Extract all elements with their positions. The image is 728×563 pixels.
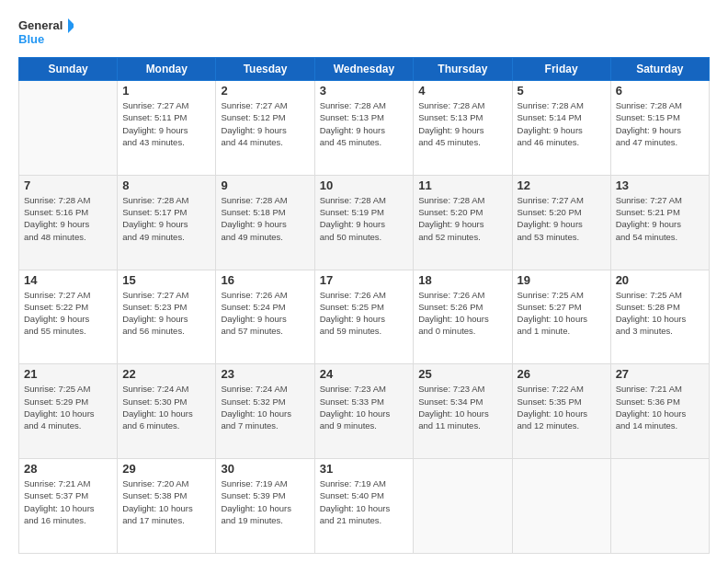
- calendar-cell: 27Sunrise: 7:21 AM Sunset: 5:36 PM Dayli…: [610, 364, 709, 459]
- day-info: Sunrise: 7:27 AM Sunset: 5:22 PM Dayligh…: [24, 289, 112, 338]
- day-number: 6: [616, 84, 704, 98]
- calendar-cell: 10Sunrise: 7:28 AM Sunset: 5:19 PM Dayli…: [314, 175, 414, 270]
- calendar-cell: 16Sunrise: 7:26 AM Sunset: 5:24 PM Dayli…: [216, 270, 314, 364]
- day-number: 7: [24, 178, 112, 192]
- day-number: 24: [320, 367, 409, 381]
- day-number: 17: [320, 273, 409, 287]
- day-info: Sunrise: 7:22 AM Sunset: 5:35 PM Dayligh…: [518, 383, 606, 431]
- day-info: Sunrise: 7:24 AM Sunset: 5:32 PM Dayligh…: [221, 383, 309, 431]
- calendar-cell: 30Sunrise: 7:19 AM Sunset: 5:39 PM Dayli…: [216, 459, 314, 554]
- calendar-cell: 21Sunrise: 7:25 AM Sunset: 5:29 PM Dayli…: [19, 364, 118, 459]
- day-number: 30: [221, 462, 309, 476]
- calendar-cell: 28Sunrise: 7:21 AM Sunset: 5:37 PM Dayli…: [19, 459, 118, 554]
- day-number: 12: [518, 178, 606, 192]
- day-info: Sunrise: 7:28 AM Sunset: 5:18 PM Dayligh…: [221, 194, 309, 243]
- day-info: Sunrise: 7:19 AM Sunset: 5:39 PM Dayligh…: [221, 477, 309, 526]
- col-header-tuesday: Tuesday: [216, 58, 314, 81]
- calendar-cell: 8Sunrise: 7:28 AM Sunset: 5:17 PM Daylig…: [118, 175, 216, 270]
- day-info: Sunrise: 7:23 AM Sunset: 5:34 PM Dayligh…: [418, 383, 506, 431]
- day-info: Sunrise: 7:28 AM Sunset: 5:13 PM Dayligh…: [418, 99, 506, 148]
- calendar-table: SundayMondayTuesdayWednesdayThursdayFrid…: [18, 57, 710, 554]
- day-info: Sunrise: 7:28 AM Sunset: 5:19 PM Dayligh…: [320, 194, 409, 243]
- day-number: 22: [122, 367, 210, 381]
- calendar-cell: 23Sunrise: 7:24 AM Sunset: 5:32 PM Dayli…: [216, 364, 314, 459]
- logo: General Blue: [18, 15, 74, 48]
- day-number: 1: [122, 84, 210, 98]
- day-number: 13: [616, 178, 704, 192]
- day-info: Sunrise: 7:28 AM Sunset: 5:13 PM Dayligh…: [320, 99, 409, 148]
- calendar-cell: 22Sunrise: 7:24 AM Sunset: 5:30 PM Dayli…: [118, 364, 216, 459]
- calendar-cell: 7Sunrise: 7:28 AM Sunset: 5:16 PM Daylig…: [19, 175, 118, 270]
- day-info: Sunrise: 7:28 AM Sunset: 5:16 PM Dayligh…: [24, 194, 112, 243]
- day-info: Sunrise: 7:27 AM Sunset: 5:21 PM Dayligh…: [616, 194, 704, 243]
- day-number: 26: [518, 367, 606, 381]
- day-info: Sunrise: 7:24 AM Sunset: 5:30 PM Dayligh…: [122, 383, 210, 431]
- calendar-cell: 3Sunrise: 7:28 AM Sunset: 5:13 PM Daylig…: [314, 81, 414, 176]
- calendar-cell: 25Sunrise: 7:23 AM Sunset: 5:34 PM Dayli…: [414, 364, 512, 459]
- day-number: 21: [24, 367, 112, 381]
- calendar-cell: 12Sunrise: 7:27 AM Sunset: 5:20 PM Dayli…: [512, 175, 610, 270]
- calendar-cell: [610, 459, 709, 554]
- calendar-cell: 31Sunrise: 7:19 AM Sunset: 5:40 PM Dayli…: [314, 459, 414, 554]
- calendar-cell: 4Sunrise: 7:28 AM Sunset: 5:13 PM Daylig…: [414, 81, 512, 176]
- day-info: Sunrise: 7:27 AM Sunset: 5:23 PM Dayligh…: [122, 289, 210, 338]
- col-header-sunday: Sunday: [19, 58, 118, 81]
- col-header-wednesday: Wednesday: [314, 58, 414, 81]
- calendar-cell: [414, 459, 512, 554]
- day-info: Sunrise: 7:26 AM Sunset: 5:25 PM Dayligh…: [320, 289, 409, 338]
- day-info: Sunrise: 7:25 AM Sunset: 5:28 PM Dayligh…: [616, 289, 704, 338]
- day-number: 27: [616, 367, 704, 381]
- calendar-cell: 29Sunrise: 7:20 AM Sunset: 5:38 PM Dayli…: [118, 459, 216, 554]
- calendar-cell: 6Sunrise: 7:28 AM Sunset: 5:15 PM Daylig…: [610, 81, 709, 176]
- day-info: Sunrise: 7:28 AM Sunset: 5:20 PM Dayligh…: [418, 194, 506, 243]
- calendar-cell: 15Sunrise: 7:27 AM Sunset: 5:23 PM Dayli…: [118, 270, 216, 364]
- page-header: General Blue: [18, 15, 710, 48]
- day-info: Sunrise: 7:27 AM Sunset: 5:20 PM Dayligh…: [518, 194, 606, 243]
- calendar-cell: 14Sunrise: 7:27 AM Sunset: 5:22 PM Dayli…: [19, 270, 118, 364]
- day-info: Sunrise: 7:27 AM Sunset: 5:11 PM Dayligh…: [122, 99, 210, 148]
- calendar-cell: [512, 459, 610, 554]
- calendar-cell: 1Sunrise: 7:27 AM Sunset: 5:11 PM Daylig…: [118, 81, 216, 176]
- calendar-week-3: 14Sunrise: 7:27 AM Sunset: 5:22 PM Dayli…: [19, 270, 710, 364]
- day-info: Sunrise: 7:21 AM Sunset: 5:37 PM Dayligh…: [24, 477, 112, 526]
- day-info: Sunrise: 7:21 AM Sunset: 5:36 PM Dayligh…: [616, 383, 704, 431]
- calendar-cell: 2Sunrise: 7:27 AM Sunset: 5:12 PM Daylig…: [216, 81, 314, 176]
- day-number: 3: [320, 84, 409, 98]
- day-number: 5: [518, 84, 606, 98]
- day-info: Sunrise: 7:26 AM Sunset: 5:24 PM Dayligh…: [221, 289, 309, 338]
- col-header-saturday: Saturday: [610, 58, 709, 81]
- day-info: Sunrise: 7:19 AM Sunset: 5:40 PM Dayligh…: [320, 477, 409, 526]
- calendar-cell: 17Sunrise: 7:26 AM Sunset: 5:25 PM Dayli…: [314, 270, 414, 364]
- day-info: Sunrise: 7:25 AM Sunset: 5:29 PM Dayligh…: [24, 383, 112, 431]
- day-info: Sunrise: 7:28 AM Sunset: 5:17 PM Dayligh…: [122, 194, 210, 243]
- calendar-cell: 11Sunrise: 7:28 AM Sunset: 5:20 PM Dayli…: [414, 175, 512, 270]
- calendar-week-1: 1Sunrise: 7:27 AM Sunset: 5:11 PM Daylig…: [19, 81, 710, 176]
- col-header-monday: Monday: [118, 58, 216, 81]
- day-number: 9: [221, 178, 309, 192]
- day-number: 4: [418, 84, 506, 98]
- day-info: Sunrise: 7:28 AM Sunset: 5:15 PM Dayligh…: [616, 99, 704, 148]
- col-header-thursday: Thursday: [414, 58, 512, 81]
- calendar-week-5: 28Sunrise: 7:21 AM Sunset: 5:37 PM Dayli…: [19, 459, 710, 554]
- svg-text:General: General: [18, 18, 63, 32]
- calendar-cell: 13Sunrise: 7:27 AM Sunset: 5:21 PM Dayli…: [610, 175, 709, 270]
- calendar-week-4: 21Sunrise: 7:25 AM Sunset: 5:29 PM Dayli…: [19, 364, 710, 459]
- day-number: 28: [24, 462, 112, 476]
- day-number: 16: [221, 273, 309, 287]
- day-number: 19: [518, 273, 606, 287]
- calendar-cell: 19Sunrise: 7:25 AM Sunset: 5:27 PM Dayli…: [512, 270, 610, 364]
- day-info: Sunrise: 7:28 AM Sunset: 5:14 PM Dayligh…: [518, 99, 606, 148]
- logo-svg: General Blue: [18, 15, 74, 48]
- calendar-header-row: SundayMondayTuesdayWednesdayThursdayFrid…: [19, 58, 710, 81]
- calendar-cell: 24Sunrise: 7:23 AM Sunset: 5:33 PM Dayli…: [314, 364, 414, 459]
- day-number: 11: [418, 178, 506, 192]
- day-number: 2: [221, 84, 309, 98]
- day-number: 15: [122, 273, 210, 287]
- col-header-friday: Friday: [512, 58, 610, 81]
- day-number: 8: [122, 178, 210, 192]
- day-info: Sunrise: 7:20 AM Sunset: 5:38 PM Dayligh…: [122, 477, 210, 526]
- day-number: 14: [24, 273, 112, 287]
- day-info: Sunrise: 7:23 AM Sunset: 5:33 PM Dayligh…: [320, 383, 409, 431]
- svg-text:Blue: Blue: [18, 32, 44, 46]
- day-info: Sunrise: 7:25 AM Sunset: 5:27 PM Dayligh…: [518, 289, 606, 338]
